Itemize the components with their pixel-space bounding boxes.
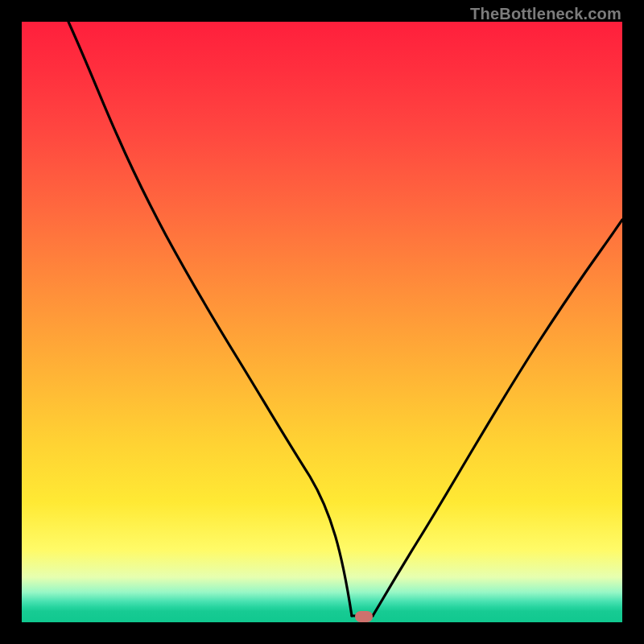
valley-marker: [355, 611, 373, 622]
left-curve-path: [68, 22, 352, 616]
right-curve-path: [373, 220, 622, 616]
bottleneck-curve: [22, 22, 622, 622]
attribution-text: TheBottleneck.com: [470, 5, 621, 23]
plot-area: [22, 22, 622, 622]
chart-frame: TheBottleneck.com: [0, 0, 644, 644]
